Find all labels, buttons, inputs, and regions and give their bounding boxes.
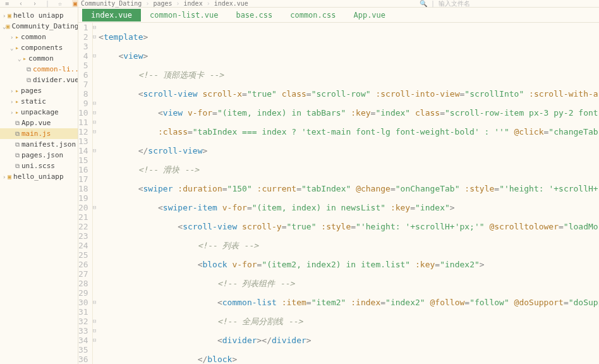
breadcrumb-item[interactable]: pages [153, 0, 172, 7]
top-toolbar: ≡ ‹ › | ☆ ▣ Community_Dating › pages › i… [0, 0, 599, 8]
toggle-sidebar-icon[interactable]: ≡ [3, 0, 11, 7]
line-number: 29 [78, 288, 88, 298]
tree-item[interactable]: ⧉uni.scss [0, 161, 78, 171]
line-number: 4 [78, 51, 88, 61]
editor-tab[interactable]: common.css [281, 9, 344, 21]
tree-item[interactable]: ⧉main.js [0, 128, 78, 139]
line-number: 36 [78, 355, 88, 364]
tree-item-label: manifest.json [21, 140, 76, 149]
folder-icon: ▸ [15, 87, 19, 94]
star-icon[interactable]: ☆ [56, 0, 64, 7]
breadcrumb: ▣ Community_Dating › pages › index › ind… [72, 0, 248, 7]
tree-item[interactable]: ›▣hello_uniapp [0, 171, 78, 182]
folder-icon: ▣ [8, 173, 11, 180]
line-number: 11 [78, 118, 88, 127]
line-number: 15 [78, 155, 88, 165]
file-icon: ⧉ [15, 119, 20, 127]
tree-item-label: pages.json [21, 151, 63, 159]
nav-forward-icon[interactable]: › [30, 0, 39, 7]
line-number: 10 [78, 108, 88, 118]
editor-tab[interactable]: base.css [227, 9, 281, 21]
line-number: 13 [78, 136, 88, 146]
tree-item-label: divider.vue [33, 76, 78, 84]
tree-item[interactable]: ⌄▸components [0, 42, 78, 53]
line-number: 19 [78, 193, 88, 203]
search-placeholder: 输入文件名 [439, 0, 470, 8]
code-editor[interactable]: 1234567891011121314151617181920212223242… [78, 23, 599, 364]
line-number: 6 [78, 70, 88, 80]
file-icon: ⧉ [15, 152, 20, 159]
tree-item-label: hello uniapp [13, 11, 63, 20]
tree-item-label: common [21, 33, 46, 41]
tree-item-label: pages [21, 87, 42, 95]
nav-back-icon[interactable]: ‹ [16, 0, 25, 7]
file-icon: ⧉ [27, 76, 31, 84]
file-explorer[interactable]: ›▣hello uniapp⌄▣Community_Dating›▸common… [0, 8, 78, 364]
tree-item[interactable]: ›▸common [0, 32, 78, 42]
folder-icon: ▸ [23, 55, 27, 62]
line-number: 31 [78, 307, 88, 317]
folder-icon: ▸ [15, 33, 19, 40]
line-number: 21 [78, 212, 88, 222]
line-number: 34 [78, 336, 88, 345]
line-number: 3 [78, 42, 88, 51]
tree-item[interactable]: ›▣hello uniapp [0, 10, 78, 21]
chevron-icon[interactable]: › [10, 109, 15, 116]
line-number: 8 [78, 89, 88, 99]
breadcrumb-item[interactable]: index [184, 0, 203, 7]
line-number: 25 [78, 250, 88, 260]
breadcrumb-item[interactable]: index.vue [214, 0, 248, 7]
line-number: 27 [78, 269, 88, 279]
editor-tab[interactable]: common-list.vue [141, 9, 227, 21]
tree-item-label: common-li... [33, 65, 78, 73]
breadcrumb-item[interactable]: Community_Dating [81, 0, 142, 7]
line-number: 24 [78, 241, 88, 250]
search-box[interactable]: 🔍 | 输入文件名 [420, 0, 596, 8]
line-number: 17 [78, 174, 88, 184]
folder-icon: ▸ [15, 109, 19, 116]
line-number: 16 [78, 165, 88, 174]
folder-icon: ▸ [15, 44, 19, 51]
tree-item[interactable]: ⌄▸common [0, 53, 78, 64]
tree-item-label: hello_uniapp [13, 173, 63, 181]
chevron-icon[interactable]: › [3, 174, 8, 180]
line-number: 9 [78, 99, 88, 108]
line-number: 22 [78, 222, 88, 231]
line-number: 26 [78, 260, 88, 269]
editor-tabs: index.vuecommon-list.vuebase.csscommon.c… [78, 8, 599, 23]
chevron-icon[interactable]: ⌄ [10, 45, 15, 51]
chevron-icon[interactable]: › [10, 99, 15, 105]
tree-item[interactable]: ⧉divider.vue [0, 75, 78, 85]
chevron-icon[interactable]: › [3, 13, 8, 19]
tree-item[interactable]: ⌄▣Community_Dating [0, 21, 78, 32]
line-number: 32 [78, 317, 88, 326]
line-number: 2 [78, 32, 88, 42]
chevron-icon[interactable]: › [10, 34, 15, 40]
tree-item[interactable]: ⧉App.vue [0, 118, 78, 128]
tree-item-label: components [21, 44, 63, 52]
chevron-icon[interactable]: ⌄ [18, 56, 23, 62]
file-badge-icon: ▣ [72, 0, 78, 7]
tree-item-label: main.js [21, 130, 51, 138]
file-icon: ⧉ [27, 66, 31, 73]
editor-tab[interactable]: index.vue [82, 9, 141, 21]
line-number: 33 [78, 326, 88, 336]
tree-item[interactable]: ⧉common-li... [0, 64, 78, 75]
tree-item[interactable]: ⧉pages.json [0, 150, 78, 161]
tree-item[interactable]: ⧉manifest.json [0, 139, 78, 150]
chevron-icon[interactable]: › [10, 88, 15, 94]
tree-item[interactable]: ›▸static [0, 96, 78, 107]
file-icon: ⧉ [15, 130, 20, 138]
line-number: 7 [78, 80, 88, 89]
line-number: 30 [78, 298, 88, 307]
line-number: 23 [78, 231, 88, 241]
tree-item[interactable]: ›▸unpackage [0, 107, 78, 118]
code-content[interactable]: <template> <view> <!-- 顶部选项卡 --> <scroll… [96, 23, 599, 364]
line-number: 5 [78, 61, 88, 70]
line-gutter: 1234567891011121314151617181920212223242… [78, 23, 93, 364]
tree-item-label: App.vue [21, 119, 51, 127]
file-icon: ⧉ [15, 162, 20, 170]
tree-item[interactable]: ›▸pages [0, 85, 78, 96]
editor-tab[interactable]: App.vue [344, 9, 394, 21]
folder-icon: ▣ [6, 23, 9, 30]
